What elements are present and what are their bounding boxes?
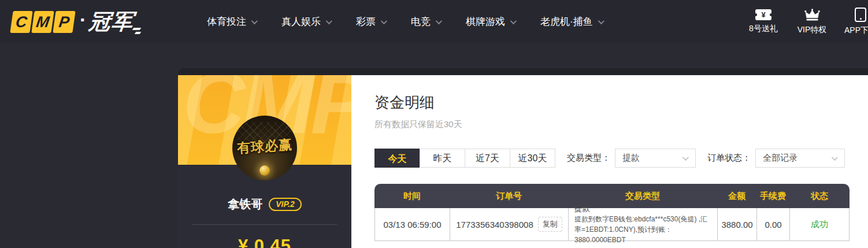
username: 拿铁哥 [228,197,262,212]
logo-dash-mark [133,28,140,34]
tab-yesterday[interactable]: 昨天 [420,149,465,168]
tab-last-30-days[interactable]: 近30天 [510,149,555,168]
chevron-down-icon [381,17,387,24]
user-sidebar: CMP 有球必赢 拿铁哥 VIP.2 ¥ 0.45 [178,75,351,248]
transaction-type-label: 交易类型： [567,153,610,164]
vip-privilege-action[interactable]: VIP特权 [794,9,830,35]
content-card-top [178,68,868,75]
type-title: 提款 [574,203,590,214]
copy-button[interactable]: 复制 [538,217,562,232]
gift-action[interactable]: ¥ 8号送礼 [745,9,781,34]
order-number: 1773356340398008 [456,220,533,230]
col-header-status: 状态 [789,184,850,208]
main-nav: 体育投注 真人娱乐 彩票 电竞 棋牌游戏 老虎机·捕鱼 [207,0,603,43]
nav-item-label: 彩票 [356,15,376,28]
type-detail: 提款到数字EB钱包:ebdcfa***c530(免提) ,汇率=1EBDT:1.… [574,214,711,245]
filter-row: 今天 昨天 近7天 近30天 交易类型： 提款 订单状态： 全部记录 [374,149,845,168]
logo-separator: · [80,9,86,31]
vip-level-badge: VIP.2 [269,198,301,211]
transactions-table: 时间 订单号 交易类型 金额 手续费 状态 03/13 06:59:00 177… [374,184,850,241]
gift-action-label: 8号送礼 [749,24,778,34]
transaction-type-select[interactable]: 提款 [615,149,696,168]
nav-item-live-casino[interactable]: 真人娱乐 [281,15,331,28]
chevron-down-icon [598,17,604,24]
avatar-slogan-text: 有球必赢 [232,135,297,158]
user-identity-row: 拿铁哥 VIP.2 [178,197,351,212]
brand-logo[interactable]: C M P · 冠军 [12,0,140,43]
nav-item-label: 老虎机·捕鱼 [540,15,593,28]
nav-item-label: 体育投注 [207,15,246,28]
chevron-down-icon [436,17,442,24]
cell-type: 提款 提款到数字EB钱包:ebdcfa***c530(免提) ,汇率=1EBDT… [569,208,718,240]
vip-action-label: VIP特权 [797,25,827,35]
col-header-amount: 金额 [717,184,756,208]
col-header-order-no: 订单号 [450,184,568,208]
cell-order-no: 1773356340398008 复制 [450,208,569,240]
main-content: 资金明细 所有数据只保留近30天 今天 昨天 近7天 近30天 交易类型： 提款… [351,75,868,248]
page-subtitle: 所有数据只保留近30天 [374,119,462,130]
top-navbar: C M P · 冠军 体育投注 真人娱乐 彩票 电竞 [0,0,868,43]
app-download-action[interactable]: APP下载 [843,8,868,36]
col-header-time: 时间 [374,184,450,208]
table-row: 03/13 06:59:00 1773356340398008 复制 提款 提款… [374,208,850,241]
order-status-label: 订单状态： [707,153,751,164]
tab-last-7-days[interactable]: 近7天 [465,149,510,168]
avatar[interactable]: 有球必赢 [232,116,297,180]
yuan-ticket-icon: ¥ [755,9,771,20]
chevron-down-icon [682,154,689,161]
cell-amount: 3880.00 [718,208,757,240]
cell-fee: 0.00 [757,208,790,240]
order-status-select[interactable]: 全部记录 [755,149,845,168]
logo-letter-box: C [10,11,32,33]
account-balance: ¥ 0.45 [178,236,351,248]
page-title: 资金明细 [374,92,435,113]
tablet-icon [855,8,866,22]
table-header-row: 时间 订单号 交易类型 金额 手续费 状态 [374,184,850,208]
avatar-golden-ball [259,165,270,176]
app-action-label: APP下载 [844,25,868,36]
col-header-fee: 手续费 [756,184,789,208]
chevron-down-icon [326,17,332,24]
nav-item-board-games[interactable]: 棋牌游戏 [466,15,515,28]
transaction-type-value: 提款 [622,153,640,164]
nav-item-slots-fishing[interactable]: 老虎机·捕鱼 [540,15,603,28]
nav-item-label: 真人娱乐 [281,15,321,28]
nav-item-esports[interactable]: 电竞 [411,15,440,28]
cell-status: 成功 [790,208,849,240]
cell-time: 03/13 06:59:00 [375,208,450,240]
chevron-down-icon [510,17,517,24]
order-status-value: 全部记录 [763,153,797,164]
chevron-down-icon [251,17,258,24]
crown-icon [804,9,820,21]
nav-item-sports[interactable]: 体育投注 [207,15,256,28]
nav-item-label: 电竞 [411,15,431,28]
sidebar-divider [192,224,337,225]
tab-today[interactable]: 今天 [374,149,420,168]
logo-letter-box: M [31,11,54,33]
page: C M P · 冠军 体育投注 真人娱乐 彩票 电竞 [0,0,868,248]
chevron-down-icon [832,154,838,161]
nav-item-lottery[interactable]: 彩票 [356,15,385,28]
logo-brand-name: 冠军 [88,8,136,36]
nav-item-label: 棋牌游戏 [466,15,505,28]
logo-letter-box: P [53,11,75,33]
header-actions: ¥ 8号送礼 VIP特权 APP下载 [745,0,868,43]
col-header-type: 交易类型 [568,184,717,208]
